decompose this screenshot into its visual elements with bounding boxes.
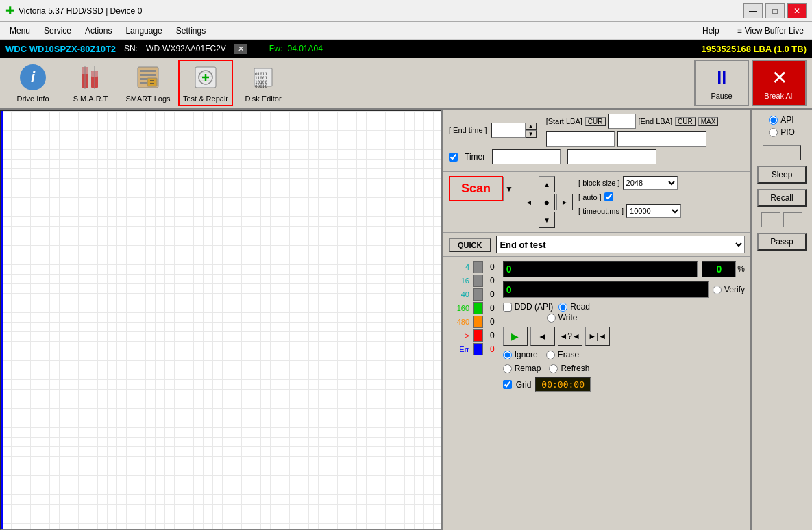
- svg-rect-8: [140, 74, 156, 76]
- quick-button[interactable]: QUICK: [449, 238, 491, 252]
- right-panel: [ End time ] 12:00 ▲ ▼ [Start LBA] CUR 0…: [442, 110, 750, 530]
- stat-label-480: 480: [449, 318, 469, 326]
- stat-label-40: 40: [449, 290, 469, 299]
- scan-end-button[interactable]: ►|◄: [585, 327, 610, 346]
- ignore-radio[interactable]: [503, 351, 512, 359]
- grid-time: 00:00:00: [541, 379, 585, 390]
- pio-option: PIO: [769, 127, 795, 137]
- minimize-button[interactable]: —: [743, 3, 763, 18]
- rewind-button[interactable]: ◄: [530, 327, 555, 346]
- small-btn-2[interactable]: [783, 212, 802, 227]
- stat-count-480: 0: [490, 317, 495, 327]
- read-label: Read: [570, 302, 590, 312]
- drive-close-button[interactable]: ✕: [234, 44, 247, 54]
- stat-count-gt: 0: [490, 331, 495, 340]
- pause-label: Pause: [711, 92, 732, 100]
- end-time-input[interactable]: 12:00: [491, 123, 526, 138]
- smart-icon: [76, 63, 105, 92]
- test-repair-button[interactable]: Test & Repair: [178, 60, 233, 106]
- test-repair-label: Test & Repair: [183, 94, 228, 103]
- end-of-test-select[interactable]: End of test: [496, 236, 745, 253]
- stat-count-err: 0: [490, 344, 495, 354]
- stat-bar-gt: [473, 329, 483, 342]
- end-lba-input[interactable]: 1953525167: [617, 131, 706, 147]
- drive-info-icon: i: [19, 63, 47, 92]
- menu-item-service[interactable]: Service: [37, 25, 78, 37]
- timer-value-2[interactable]: 0: [567, 149, 656, 164]
- sleep-button[interactable]: Sleep: [757, 166, 807, 184]
- maximize-button[interactable]: □: [765, 3, 785, 18]
- dir-empty-2: [556, 176, 573, 192]
- cur-badge-2: CUR: [675, 117, 696, 126]
- cur-value-input-1[interactable]: 0: [608, 114, 636, 129]
- menu-item-actions[interactable]: Actions: [78, 25, 119, 37]
- passp-button[interactable]: Passp: [757, 233, 807, 251]
- verify-radio[interactable]: [713, 286, 722, 294]
- timer-checkbox[interactable]: [449, 153, 458, 162]
- lba-inputs: [Start LBA] CUR 0 [End LBA] CUR MAX 0 19…: [546, 114, 719, 147]
- rect-button-1[interactable]: [763, 145, 801, 160]
- refresh-option: Refresh: [549, 364, 589, 373]
- scan-dropdown[interactable]: ▼: [503, 177, 515, 201]
- menu-item-menu[interactable]: Menu: [3, 25, 37, 37]
- refresh-radio[interactable]: [549, 364, 558, 373]
- drive-info-label: Drive Info: [16, 94, 49, 103]
- progress-bar-1: 0: [503, 261, 698, 277]
- ignore-row: Ignore Erase: [503, 350, 745, 359]
- recall-button[interactable]: Recall: [757, 189, 807, 207]
- end-time-spinner[interactable]: 12:00 ▲ ▼: [491, 123, 537, 138]
- dir-empty-3: [521, 212, 537, 228]
- spin-down[interactable]: ▼: [526, 130, 537, 138]
- disk-editor-icon: 01011 11001 10100 00010: [249, 63, 278, 92]
- timeout-select[interactable]: 10000: [626, 204, 681, 218]
- timeout-label: [ timeout,ms ]: [578, 207, 624, 215]
- start-lba-input[interactable]: 0: [546, 131, 615, 147]
- remap-radio[interactable]: [503, 364, 512, 373]
- lba-controls-row: [ End time ] 12:00 ▲ ▼ [Start LBA] CUR 0…: [449, 114, 745, 147]
- stat-row-gt: > 0: [449, 329, 495, 342]
- timer-value-1[interactable]: 0: [492, 149, 561, 164]
- pause-button[interactable]: ⏸ Pause: [694, 60, 749, 106]
- menu-item-help[interactable]: Help: [696, 25, 726, 37]
- menu-item-settings[interactable]: Settings: [169, 25, 212, 37]
- eot-container: End of test: [496, 236, 745, 253]
- erase-radio[interactable]: [546, 351, 555, 359]
- play-button[interactable]: ▶: [503, 327, 528, 346]
- small-btn-1[interactable]: [761, 212, 780, 227]
- break-all-button[interactable]: ✕ Break All: [752, 60, 807, 106]
- menu-item-language[interactable]: Language: [119, 25, 169, 37]
- disk-editor-button[interactable]: 01011 11001 10100 00010 Disk Editor: [236, 60, 291, 106]
- auto-label: [ auto ]: [578, 193, 602, 201]
- dir-right-button[interactable]: ►: [556, 194, 573, 210]
- stat-bar-16: [473, 275, 483, 287]
- ignore-label: Ignore: [515, 350, 538, 359]
- dir-center-button[interactable]: ◆: [539, 194, 555, 210]
- smart-logs-button[interactable]: SMART Logs: [121, 60, 175, 106]
- pio-radio[interactable]: [769, 128, 778, 137]
- progress-bar-2: 0: [503, 281, 709, 298]
- title-bar: ✚ Victoria 5.37 HDD/SSD | Device 0 — □ ✕: [0, 0, 812, 22]
- grid-row: Grid 00:00:00: [503, 377, 745, 392]
- dir-left-button[interactable]: ◄: [521, 194, 537, 210]
- read-radio[interactable]: [558, 303, 567, 312]
- ddd-checkbox[interactable]: [503, 303, 512, 312]
- drive-info-button[interactable]: i Drive Info: [5, 60, 60, 106]
- close-button[interactable]: ✕: [787, 3, 807, 18]
- auto-row: [ auto ]: [578, 192, 681, 201]
- svg-text:00010: 00010: [255, 84, 267, 88]
- scan-begin-button[interactable]: ◄?◄: [558, 327, 582, 346]
- smart-button[interactable]: S.M.A.R.T: [63, 60, 118, 106]
- dir-up-button[interactable]: ▲: [539, 176, 555, 192]
- api-radio[interactable]: [769, 116, 778, 125]
- block-size-select[interactable]: 2048: [623, 176, 678, 190]
- write-radio[interactable]: [547, 314, 556, 323]
- scan-button[interactable]: Scan: [449, 176, 503, 201]
- dir-down-button[interactable]: ▼: [539, 212, 555, 228]
- view-buffer-button[interactable]: ≡ View Buffer Live: [732, 25, 809, 37]
- timeout-row: [ timeout,ms ] 10000: [578, 204, 681, 218]
- spin-up[interactable]: ▲: [526, 123, 537, 130]
- auto-checkbox[interactable]: [604, 192, 613, 201]
- grid-checkbox[interactable]: [503, 380, 512, 389]
- grid-label: Grid: [516, 380, 532, 390]
- stat-label-16: 16: [449, 277, 469, 285]
